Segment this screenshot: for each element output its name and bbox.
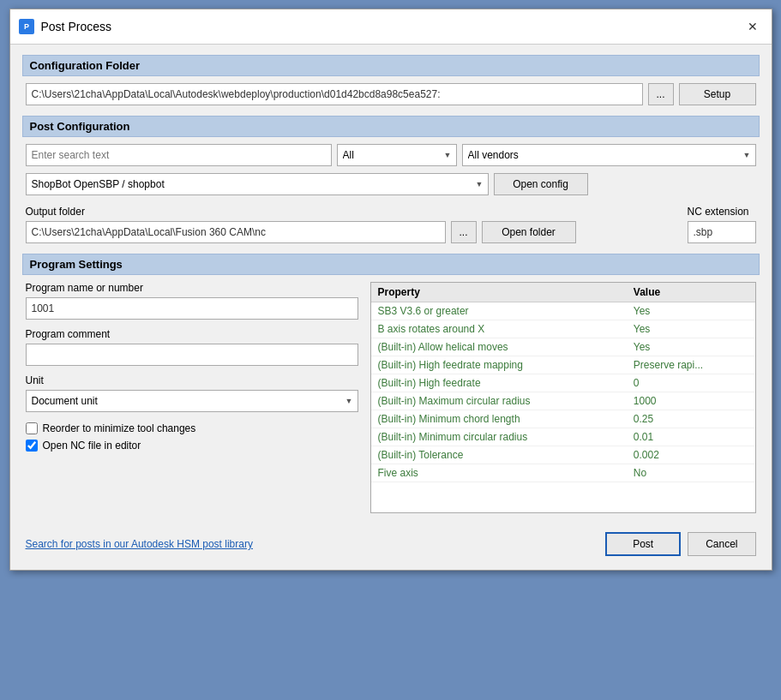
value-cell: Yes <box>627 320 755 338</box>
col-value-header: Value <box>627 283 755 302</box>
property-cell: (Built-in) Allow helical moves <box>371 338 627 356</box>
post-select-wrapper: ShopBot OpenSBP / shopbot <box>26 173 489 195</box>
post-process-dialog: P Post Process ✕ Configuration Folder C:… <box>9 9 772 571</box>
table-row[interactable]: (Built-in) Tolerance0.002 <box>371 446 755 464</box>
post-config-section: Post Configuration All Milling Turning A… <box>22 116 760 195</box>
open-nc-checkbox[interactable] <box>26 440 38 452</box>
nc-extension-label: NC extension <box>688 206 756 218</box>
program-comment-label: Program comment <box>26 328 358 340</box>
open-nc-label: Open NC file in editor <box>43 440 141 452</box>
program-settings-grid: Program name or number Program comment U… <box>26 282 756 513</box>
unit-label: Unit <box>26 374 358 386</box>
value-cell: 1000 <box>627 392 755 410</box>
table-row[interactable]: Five axisNo <box>371 464 755 482</box>
post-config-header: Post Configuration <box>22 116 760 137</box>
property-cell: B axis rotates around X <box>371 320 627 338</box>
program-name-input[interactable] <box>26 297 358 320</box>
value-cell: 0.002 <box>627 446 755 464</box>
value-cell: 0.25 <box>627 410 755 428</box>
table-row[interactable]: (Built-in) Allow helical movesYes <box>371 338 755 356</box>
program-comment-input[interactable] <box>26 344 358 366</box>
value-cell: 0.01 <box>627 428 755 446</box>
properties-table: Property Value SB3 V3.6 or greaterYesB a… <box>371 283 755 482</box>
filter-dropdown[interactable]: All Milling Turning <box>337 144 457 166</box>
config-folder-row: C:\Users\21cha\AppData\Local\Autodesk\we… <box>26 83 756 105</box>
property-cell: Five axis <box>371 464 627 482</box>
property-cell: (Built-in) High feedrate mapping <box>371 356 627 374</box>
table-row[interactable]: SB3 V3.6 or greaterYes <box>371 302 755 320</box>
value-cell: Yes <box>627 338 755 356</box>
reorder-checkbox-row: Reorder to minimize tool changes <box>26 422 358 434</box>
post-config-search-row: All Milling Turning All vendors Autodesk… <box>26 144 756 166</box>
table-row[interactable]: (Built-in) Maximum circular radius1000 <box>371 392 755 410</box>
dialog-title: Post Process <box>41 20 111 33</box>
hsm-library-link[interactable]: Search for posts in our Autodesk HSM pos… <box>26 538 253 550</box>
footer-buttons: Post Cancel <box>605 532 755 556</box>
config-folder-content: C:\Users\21cha\AppData\Local\Autodesk\we… <box>22 83 760 105</box>
title-bar-left: P Post Process <box>19 19 111 34</box>
vendor-dropdown[interactable]: All vendors Autodesk Haas <box>462 144 756 166</box>
reorder-checkbox[interactable] <box>26 422 38 434</box>
close-button[interactable]: ✕ <box>742 16 763 37</box>
property-cell: (Built-in) Minimum chord length <box>371 410 627 428</box>
config-folder-browse-button[interactable]: ... <box>648 83 674 105</box>
output-folder-browse-button[interactable]: ... <box>451 221 477 243</box>
config-folder-path[interactable]: C:\Users\21cha\AppData\Local\Autodesk\we… <box>26 83 643 105</box>
output-folder-content: Output folder C:\Users\21cha\AppData\Loc… <box>22 206 760 243</box>
col-property-header: Property <box>371 283 627 302</box>
property-cell: (Built-in) High feedrate <box>371 374 627 392</box>
nc-extension-input[interactable] <box>688 221 756 243</box>
table-row[interactable]: (Built-in) High feedrate0 <box>371 374 755 392</box>
filter-dropdown-wrapper: All Milling Turning <box>337 144 457 166</box>
output-folder-path[interactable]: C:\Users\21cha\AppData\Local\Fusion 360 … <box>26 221 446 243</box>
table-row[interactable]: (Built-in) High feedrate mappingPreserve… <box>371 356 755 374</box>
config-folder-header: Configuration Folder <box>22 55 760 76</box>
config-folder-section: Configuration Folder C:\Users\21cha\AppD… <box>22 55 760 105</box>
program-left-col: Program name or number Program comment U… <box>26 282 358 513</box>
post-button[interactable]: Post <box>605 532 681 556</box>
footer-row: Search for posts in our Autodesk HSM pos… <box>22 524 760 559</box>
dialog-icon: P <box>19 19 34 34</box>
value-cell: No <box>627 464 755 482</box>
unit-dropdown[interactable]: Document unit mm inches <box>26 390 358 412</box>
program-name-label: Program name or number <box>26 282 358 294</box>
title-bar: P Post Process ✕ <box>10 9 772 45</box>
open-config-button[interactable]: Open config <box>494 173 588 195</box>
program-settings-content: Program name or number Program comment U… <box>22 282 760 513</box>
post-config-content: All Milling Turning All vendors Autodesk… <box>22 144 760 195</box>
unit-dropdown-wrapper: Document unit mm inches <box>26 390 358 412</box>
post-config-post-row: ShopBot OpenSBP / shopbot Open config <box>26 173 756 195</box>
cancel-button[interactable]: Cancel <box>688 532 755 556</box>
reorder-label: Reorder to minimize tool changes <box>43 422 196 434</box>
properties-table-container[interactable]: Property Value SB3 V3.6 or greaterYesB a… <box>370 282 756 513</box>
svg-text:P: P <box>23 22 28 31</box>
table-row[interactable]: (Built-in) Minimum chord length0.25 <box>371 410 755 428</box>
output-folder-label: Output folder <box>26 206 681 218</box>
setup-button[interactable]: Setup <box>679 83 756 105</box>
program-settings-section: Program Settings Program name or number … <box>22 254 760 513</box>
value-cell: Yes <box>627 302 755 320</box>
table-row[interactable]: B axis rotates around XYes <box>371 320 755 338</box>
post-select-dropdown[interactable]: ShopBot OpenSBP / shopbot <box>26 173 489 195</box>
vendor-dropdown-wrapper: All vendors Autodesk Haas <box>462 144 756 166</box>
value-cell: 0 <box>627 374 755 392</box>
table-row[interactable]: (Built-in) Minimum circular radius0.01 <box>371 428 755 446</box>
property-cell: (Built-in) Maximum circular radius <box>371 392 627 410</box>
program-settings-header: Program Settings <box>22 254 760 275</box>
open-folder-button[interactable]: Open folder <box>482 221 576 243</box>
open-nc-checkbox-row: Open NC file in editor <box>26 440 358 452</box>
property-cell: (Built-in) Minimum circular radius <box>371 428 627 446</box>
dialog-body: Configuration Folder C:\Users\21cha\AppD… <box>10 45 772 570</box>
property-cell: (Built-in) Tolerance <box>371 446 627 464</box>
property-cell: SB3 V3.6 or greater <box>371 302 627 320</box>
value-cell: Preserve rapi... <box>627 356 755 374</box>
output-folder-section: Output folder C:\Users\21cha\AppData\Loc… <box>22 206 760 243</box>
search-input[interactable] <box>26 144 332 166</box>
